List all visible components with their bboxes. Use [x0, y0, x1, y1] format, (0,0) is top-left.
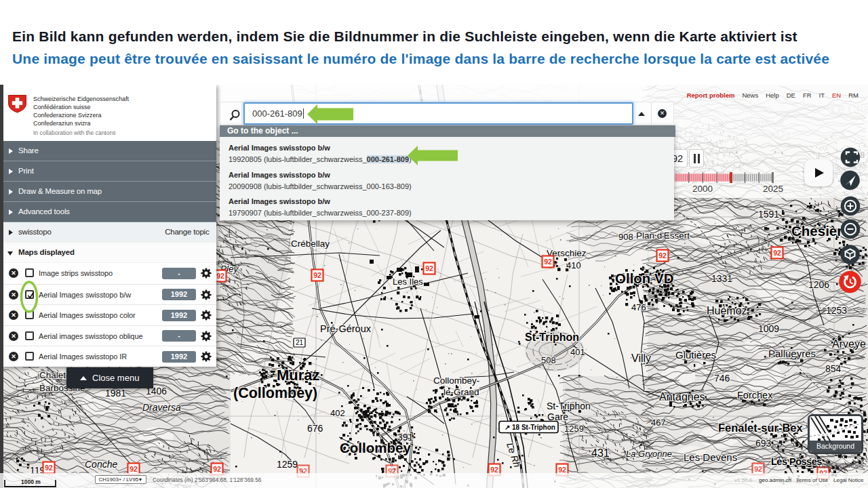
svg-text:401: 401 — [570, 347, 585, 357]
svg-text:402: 402 — [330, 408, 345, 418]
svg-text:476: 476 — [631, 302, 646, 312]
svg-text:1009: 1009 — [758, 323, 779, 334]
svg-text:508: 508 — [541, 355, 556, 365]
svg-text:↗: ↗ — [505, 424, 510, 431]
svg-text:1000 m: 1000 m — [21, 479, 41, 485]
svg-text:Antagnes: Antagnes — [659, 391, 705, 403]
svg-text:Villy: Villy — [631, 352, 651, 364]
svg-text:Chalet: Chalet — [39, 370, 66, 380]
svg-text:Plan d'Essert: Plan d'Essert — [636, 230, 690, 241]
svg-text:92: 92 — [130, 465, 138, 473]
svg-text:92: 92 — [213, 465, 221, 473]
svg-text:(Collombey): (Collombey) — [233, 385, 317, 401]
svg-text:La Gryonne: La Gryonne — [626, 449, 672, 459]
svg-text:676: 676 — [307, 423, 323, 434]
svg-text:92: 92 — [45, 464, 53, 472]
svg-text:Fenalet-sur-Bex: Fenalet-sur-Bex — [718, 422, 804, 434]
svg-text:1591: 1591 — [758, 209, 779, 220]
svg-text:1206: 1206 — [808, 279, 829, 290]
svg-text:Les Iles: Les Iles — [393, 277, 423, 287]
svg-text:92: 92 — [544, 258, 552, 266]
svg-text:1331: 1331 — [711, 273, 732, 284]
svg-text:Les Devens: Les Devens — [684, 451, 737, 463]
svg-text:St-Triphon: St-Triphon — [525, 331, 579, 343]
svg-text:Gare: Gare — [547, 411, 568, 422]
svg-text:Pré-Géroux: Pré-Géroux — [320, 323, 372, 334]
svg-text:1981: 1981 — [105, 388, 126, 399]
svg-text:Huémoz: Huémoz — [707, 305, 747, 317]
svg-text:92: 92 — [216, 272, 224, 280]
svg-text:18 St-Triphon: 18 St-Triphon — [512, 424, 555, 431]
svg-text:Muraz: Muraz — [277, 367, 320, 384]
svg-text:Conche: Conche — [85, 459, 117, 470]
svg-text:1259: 1259 — [564, 424, 584, 434]
svg-text:746: 746 — [714, 373, 730, 384]
svg-text:Glutières: Glutières — [675, 349, 716, 361]
svg-text:92: 92 — [754, 465, 762, 473]
svg-text:908: 908 — [618, 232, 633, 242]
svg-text:431: 431 — [591, 447, 610, 459]
svg-text:Collombey-: Collombey- — [433, 375, 479, 386]
svg-text:410: 410 — [566, 260, 581, 270]
svg-text:21: 21 — [296, 339, 304, 346]
svg-text:693: 693 — [755, 438, 772, 449]
svg-text:92: 92 — [773, 249, 781, 257]
svg-text:92: 92 — [658, 251, 667, 260]
svg-text:Crébellay: Crébellay — [291, 239, 330, 249]
svg-text:Ollon VD: Ollon VD — [615, 270, 674, 286]
svg-text:1259: 1259 — [277, 459, 298, 470]
svg-text:467: 467 — [651, 418, 666, 428]
svg-text:92: 92 — [425, 264, 433, 272]
svg-text:Forchex: Forchex — [737, 390, 773, 401]
svg-text:Pallueyres: Pallueyres — [768, 348, 816, 359]
svg-text:Draversa: Draversa — [142, 402, 181, 413]
svg-text:92: 92 — [313, 271, 321, 279]
svg-text:le-Grand: le-Grand — [443, 387, 479, 397]
svg-text:391: 391 — [397, 432, 414, 443]
svg-text:St-Triphon: St-Triphon — [547, 401, 591, 411]
